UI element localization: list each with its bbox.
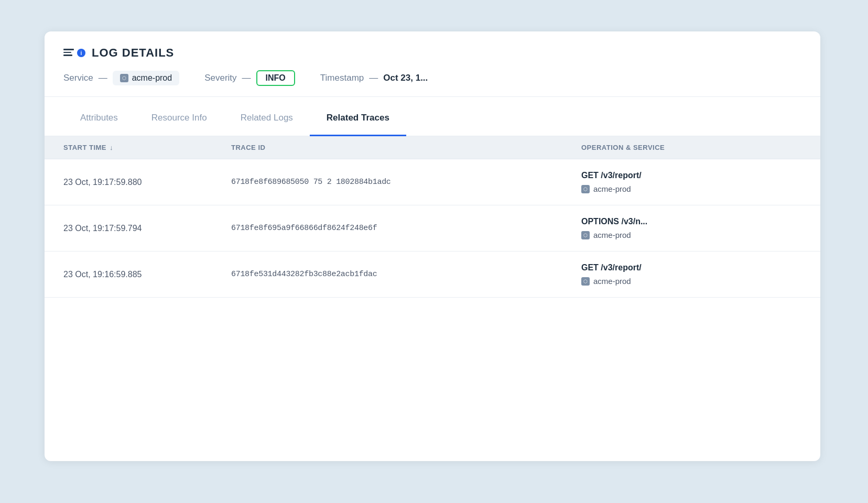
service-meta: Service — ⬡ acme-prod xyxy=(63,71,179,85)
severity-label: Severity xyxy=(204,73,236,83)
table-row[interactable]: 23 Oct, 19:17:59.880 6718fe8f689685050 7… xyxy=(45,159,820,205)
title-icon-group: i xyxy=(63,49,86,57)
page-title: LOG DETAILS xyxy=(92,46,174,60)
cell-operation: GET /v3/report/ ⬡ acme-prod xyxy=(581,263,801,286)
cell-trace-id: 6718fe531d443282fb3c88e2acb1fdac xyxy=(231,270,581,279)
table-header-row: START TIME ↓ TRACE ID OPERATION & SERVIC… xyxy=(45,136,820,159)
operation-name: GET /v3/report/ xyxy=(581,171,801,180)
service-cube-icon: ⬡ xyxy=(120,74,128,82)
lines-icon xyxy=(63,49,74,57)
operation-service: ⬡ acme-prod xyxy=(581,277,801,286)
cell-operation: GET /v3/report/ ⬡ acme-prod xyxy=(581,171,801,193)
operation-service: ⬡ acme-prod xyxy=(581,231,801,239)
timestamp-dash: — xyxy=(369,73,378,83)
operation-name: GET /v3/report/ xyxy=(581,263,801,272)
tab-attributes[interactable]: Attributes xyxy=(63,101,135,136)
op-service-icon: ⬡ xyxy=(581,277,590,286)
cell-operation: OPTIONS /v3/n... ⬡ acme-prod xyxy=(581,217,801,239)
header-title-row: i LOG DETAILS xyxy=(63,46,801,60)
cell-trace-id: 6718fe8f695a9f66866df8624f248e6f xyxy=(231,224,581,233)
th-trace-id: TRACE ID xyxy=(231,144,581,151)
tab-related-traces[interactable]: Related Traces xyxy=(310,101,406,136)
op-service-icon: ⬡ xyxy=(581,231,590,239)
tabs-bar: Attributes Resource Info Related Logs Re… xyxy=(45,101,820,136)
operation-name: OPTIONS /v3/n... xyxy=(581,217,801,226)
th-operation-service: OPERATION & SERVICE xyxy=(581,144,801,151)
sort-icon: ↓ xyxy=(110,144,113,151)
severity-dash: — xyxy=(242,73,251,83)
traces-table: START TIME ↓ TRACE ID OPERATION & SERVIC… xyxy=(45,136,820,298)
timestamp-label: Timestamp xyxy=(320,73,364,83)
cell-start-time: 23 Oct, 19:16:59.885 xyxy=(63,270,231,279)
timestamp-value: Oct 23, 1... xyxy=(383,73,428,83)
service-name: acme-prod xyxy=(132,73,172,83)
service-label: Service xyxy=(63,73,93,83)
service-badge[interactable]: ⬡ acme-prod xyxy=(113,71,179,85)
log-details-panel: i LOG DETAILS Service — ⬡ acme-prod Seve… xyxy=(45,31,820,461)
cell-trace-id: 6718fe8f689685050 75 2 1802884b1adc xyxy=(231,178,581,187)
operation-service: ⬡ acme-prod xyxy=(581,184,801,193)
cell-start-time: 23 Oct, 19:17:59.880 xyxy=(63,178,231,187)
panel-header: i LOG DETAILS Service — ⬡ acme-prod Seve… xyxy=(45,31,820,97)
table-row[interactable]: 23 Oct, 19:17:59.794 6718fe8f695a9f66866… xyxy=(45,205,820,252)
tab-resource-info[interactable]: Resource Info xyxy=(135,101,224,136)
th-start-time: START TIME ↓ xyxy=(63,144,231,151)
table-row[interactable]: 23 Oct, 19:16:59.885 6718fe531d443282fb3… xyxy=(45,252,820,298)
service-dash: — xyxy=(99,73,107,83)
op-service-icon: ⬡ xyxy=(581,185,590,193)
timestamp-meta: Timestamp — Oct 23, 1... xyxy=(320,73,428,83)
header-meta: Service — ⬡ acme-prod Severity — INFO Ti… xyxy=(63,70,801,86)
cell-start-time: 23 Oct, 19:17:59.794 xyxy=(63,224,231,233)
tab-related-logs[interactable]: Related Logs xyxy=(224,101,310,136)
info-dot-icon: i xyxy=(77,49,85,57)
severity-meta: Severity — INFO xyxy=(204,70,295,86)
severity-badge: INFO xyxy=(256,70,295,86)
